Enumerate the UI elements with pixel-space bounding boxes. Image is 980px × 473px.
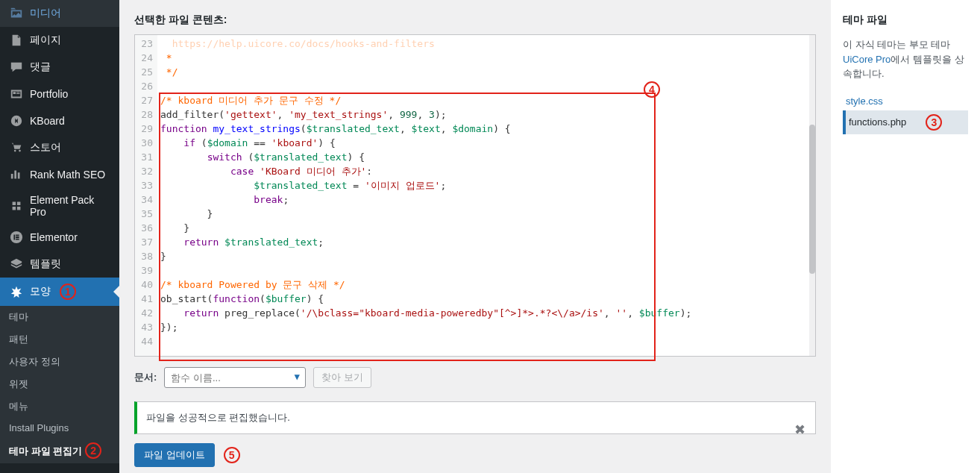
panel-desc: 이 자식 테마는 부모 테마 UiCore Pro에서 템플릿을 상속합니다. [843, 37, 968, 81]
editor-scrollbar[interactable] [809, 35, 815, 356]
sidebar-item-pages[interactable]: 페이지 [0, 27, 119, 54]
submenu: 테마 패턴 사용자 정의 위젯 메뉴 Install Plugins 테마 파일… [0, 306, 119, 463]
sidebar-item-label: 템플릿 [30, 257, 61, 271]
panel-title: 테마 파일 [843, 13, 968, 27]
code-editor[interactable]: 23 24 25 26 27 28 29 30 31 32 33 34 35 3… [134, 34, 816, 357]
code-area[interactable]: https://help.uicore.co/docs/hooks-and-fi… [157, 35, 809, 356]
sidebar-item-portfolio[interactable]: Portfolio [0, 81, 119, 107]
sidebar-item-label: KBoard [30, 115, 65, 127]
annotation-5: 5 [224, 447, 240, 463]
kboard-icon [9, 113, 24, 128]
page-icon [9, 33, 24, 48]
lookup-button[interactable]: 찾아 보기 [313, 367, 371, 388]
ep-icon [9, 198, 24, 213]
sidebar-item-appearance[interactable]: 모양1 [0, 278, 119, 306]
sub-customize[interactable]: 사용자 정의 [0, 351, 119, 373]
sidebar-item-rankmath[interactable]: Rank Math SEO [0, 161, 119, 188]
update-file-button[interactable]: 파일 업데이트 [134, 443, 215, 467]
template-icon [9, 257, 24, 272]
scrollbar-thumb[interactable] [809, 125, 815, 274]
sidebar-item-label: 스토어 [30, 141, 61, 154]
sub-pattern[interactable]: 패턴 [0, 328, 119, 351]
main-content: 선택한 파일 콘텐츠: 23 24 25 26 27 28 29 30 31 3… [119, 0, 831, 473]
parent-theme-link[interactable]: UiCore Pro [843, 54, 891, 65]
sidebar-item-label: 모양 [30, 285, 51, 298]
sub-theme-editor[interactable]: 테마 파일 편집기2 [0, 438, 119, 463]
store-icon [9, 140, 24, 155]
dismiss-icon[interactable]: ✖ [794, 422, 809, 436]
sidebar-item-label: Element Pack Pro [30, 194, 113, 218]
file-stylecss[interactable]: style.css [843, 92, 968, 110]
annotation-1: 1 [60, 284, 76, 300]
sidebar-item-elementpack[interactable]: Element Pack Pro [0, 188, 119, 224]
notice-text: 파일을 성공적으로 편집했습니다. [146, 412, 290, 423]
sidebar-item-label: 댓글 [30, 60, 51, 74]
elementor-icon [9, 230, 24, 245]
file-functionsphp[interactable]: functions.php3 [843, 110, 968, 134]
sidebar-item-label: Elementor [30, 231, 78, 243]
annotation-3: 3 [926, 114, 942, 131]
theme-files-panel: 테마 파일 이 자식 테마는 부모 테마 UiCore Pro에서 템플릿을 상… [831, 0, 980, 473]
sidebar-item-kboard[interactable]: KBoard [0, 107, 119, 134]
editor-heading: 선택한 파일 콘텐츠: [134, 0, 816, 34]
sidebar-item-elementor[interactable]: Elementor [0, 224, 119, 251]
function-search-input[interactable] [164, 367, 306, 388]
annotation-4: 4 [644, 81, 660, 98]
portfolio-icon [9, 87, 24, 101]
sidebar-item-store[interactable]: 스토어 [0, 134, 119, 161]
sidebar-item-label: Rank Math SEO [30, 169, 105, 181]
sidebar-item-label: Portfolio [30, 88, 68, 100]
line-numbers: 23 24 25 26 27 28 29 30 31 32 33 34 35 3… [135, 35, 157, 356]
success-notice: 파일을 성공적으로 편집했습니다. ✖ [134, 401, 816, 434]
sidebar-item-template[interactable]: 템플릿 [0, 251, 119, 278]
annotation-2: 2 [85, 442, 101, 459]
seo-icon [9, 167, 24, 182]
appearance-icon [9, 284, 24, 299]
sub-widgets[interactable]: 위젯 [0, 373, 119, 395]
sub-menus[interactable]: 메뉴 [0, 395, 119, 418]
sidebar-item-media[interactable]: 미디어 [0, 0, 119, 27]
sidebar-item-label: 페이지 [30, 34, 61, 47]
sub-themes[interactable]: 테마 [0, 306, 119, 328]
admin-sidebar: 미디어 페이지 댓글 Portfolio KBoard 스토어 Rank Mat… [0, 0, 119, 473]
sub-install-plugins[interactable]: Install Plugins [0, 418, 119, 438]
comment-icon [9, 60, 24, 75]
doc-label: 문서: [134, 371, 157, 384]
sidebar-item-label: 미디어 [30, 7, 61, 20]
media-icon [9, 6, 24, 21]
sidebar-item-comments[interactable]: 댓글 [0, 54, 119, 81]
